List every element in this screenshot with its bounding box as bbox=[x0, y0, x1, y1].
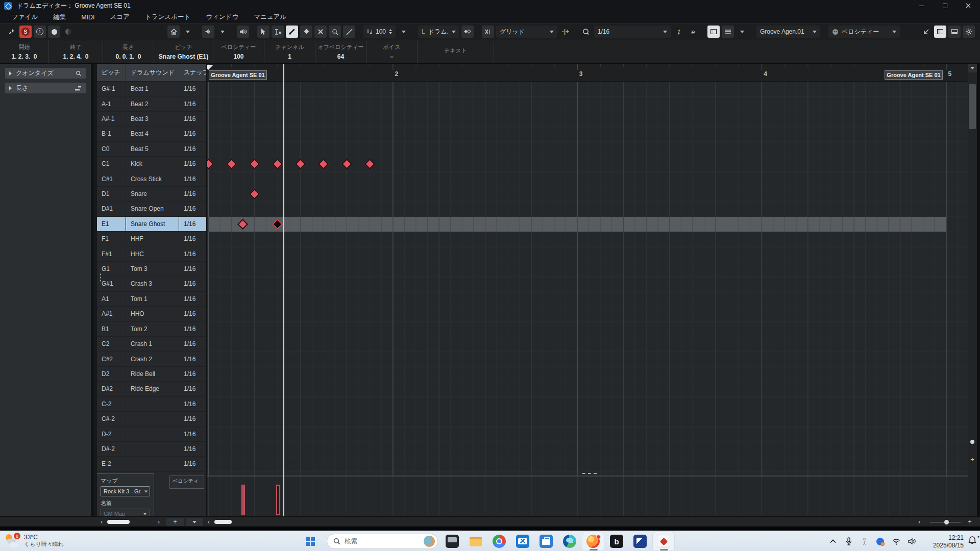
iterative-quantize-button[interactable]: e bbox=[687, 26, 699, 38]
drum-note[interactable] bbox=[249, 159, 260, 169]
left-zone-toggle[interactable] bbox=[934, 26, 946, 38]
vertical-zoom-dot[interactable] bbox=[970, 440, 974, 444]
firefox-taskbar-button[interactable] bbox=[582, 532, 604, 551]
outlook-mail-taskbar-button[interactable] bbox=[511, 532, 534, 551]
volume-tray-button[interactable] bbox=[904, 532, 920, 551]
drum-row[interactable]: C#-21/16 bbox=[97, 412, 206, 427]
info-field[interactable]: 長さ0. 0. 1. 0 bbox=[103, 40, 154, 63]
list-resize-grip[interactable] bbox=[100, 273, 102, 282]
auto-scroll-caret[interactable] bbox=[216, 26, 229, 38]
close-button[interactable] bbox=[957, 0, 980, 11]
drum-row[interactable]: C1Kick1/16 bbox=[97, 157, 206, 171]
setup-button[interactable] bbox=[963, 26, 975, 38]
browser-tray-button[interactable] bbox=[872, 532, 888, 551]
tuplet-button[interactable]: ⁒ bbox=[673, 26, 685, 38]
chrome-taskbar-button[interactable] bbox=[488, 532, 510, 551]
drum-row[interactable]: F1HHF1/16 bbox=[97, 232, 206, 246]
list-scroll-left[interactable]: ‹ bbox=[98, 518, 105, 526]
list-scroll-right[interactable]: › bbox=[155, 518, 162, 526]
vertical-zoom-plus[interactable]: + bbox=[968, 456, 977, 463]
hscroll-left[interactable]: ‹ bbox=[205, 518, 212, 526]
info-field[interactable]: チャンネル1 bbox=[264, 40, 315, 63]
show-note-length-button[interactable] bbox=[482, 26, 494, 38]
list-scroll-thumb[interactable] bbox=[107, 520, 130, 524]
info-field[interactable]: ボイス– bbox=[366, 40, 418, 63]
drumstick-tool[interactable] bbox=[286, 26, 298, 38]
drum-note[interactable] bbox=[318, 159, 329, 169]
drum-row[interactable]: A1Tom 11/16 bbox=[97, 292, 206, 307]
snap-button[interactable]: -|+ bbox=[559, 26, 572, 38]
b-app-taskbar-button[interactable]: b bbox=[605, 532, 628, 551]
drum-row[interactable]: D#1Snare Open1/16 bbox=[97, 202, 206, 216]
drum-row[interactable]: C-21/16 bbox=[97, 397, 206, 412]
drum-row[interactable]: A#-1Beat 31/16 bbox=[97, 112, 206, 127]
menu-item[interactable]: トランスポート bbox=[137, 11, 198, 23]
part-dropdown[interactable]: Groove Agen.01 bbox=[756, 26, 820, 38]
menu-item[interactable]: ウィンドウ bbox=[198, 11, 246, 23]
file-explorer-taskbar-button[interactable] bbox=[464, 532, 487, 551]
window-layout-button[interactable] bbox=[167, 26, 180, 38]
column-drumsound[interactable]: ドラムサウンド bbox=[126, 64, 179, 81]
open-in-lower-zone-button[interactable] bbox=[920, 26, 932, 38]
drum-row[interactable]: A#1HHO1/16 bbox=[97, 307, 206, 321]
record-button[interactable] bbox=[48, 26, 60, 38]
velocity-bar[interactable] bbox=[241, 485, 245, 515]
cubase-taskbar-button[interactable] bbox=[652, 532, 675, 551]
drum-row[interactable]: B1Tom 21/16 bbox=[97, 322, 206, 337]
maximize-button[interactable] bbox=[933, 0, 957, 11]
column-snap[interactable]: スナップ bbox=[179, 64, 206, 81]
start-button[interactable] bbox=[300, 531, 321, 551]
add-lane-button[interactable]: + bbox=[166, 518, 184, 526]
quantize-section[interactable]: クオンタイズ bbox=[5, 68, 86, 79]
part-list-button[interactable] bbox=[722, 26, 734, 38]
lane-preset-button[interactable] bbox=[186, 518, 203, 526]
minimize-button[interactable] bbox=[910, 0, 933, 11]
mute-tool[interactable] bbox=[314, 26, 327, 38]
drum-row[interactable]: G#-1Beat 11/16 bbox=[97, 82, 206, 96]
object-edit-tool[interactable] bbox=[272, 26, 284, 38]
hzoom-plus[interactable]: + bbox=[966, 518, 974, 526]
info-field[interactable]: テキスト bbox=[418, 40, 494, 63]
part-list-caret[interactable] bbox=[736, 26, 748, 38]
drum-note[interactable] bbox=[206, 159, 214, 169]
info-field[interactable]: 終了1. 2. 4. 0 bbox=[49, 40, 103, 63]
velocity-lane[interactable] bbox=[207, 475, 968, 516]
timeline-ruler[interactable]: Groove Agent SE 01 Groove Agent SE 01 23… bbox=[207, 64, 968, 82]
info-field[interactable]: オフベロシティー64 bbox=[315, 40, 366, 63]
drum-row[interactable]: G1Tom 31/16 bbox=[97, 262, 206, 277]
zoom-tool[interactable] bbox=[329, 26, 341, 38]
notification-bell[interactable]: z bbox=[968, 536, 979, 547]
drum-note[interactable] bbox=[341, 159, 352, 169]
quantize-icon-button[interactable] bbox=[580, 26, 592, 38]
lane-divider-handle[interactable] bbox=[582, 473, 597, 474]
note-grid[interactable] bbox=[207, 82, 968, 475]
dark-app-taskbar-button[interactable] bbox=[441, 532, 463, 551]
drum-row[interactable]: D#2Ride Edge1/16 bbox=[97, 382, 206, 396]
line-tool[interactable] bbox=[343, 26, 355, 38]
solo-button[interactable]: S bbox=[19, 26, 32, 38]
drum-row[interactable]: D2Ride Bell1/16 bbox=[97, 367, 206, 382]
microphone-tray-button[interactable] bbox=[841, 532, 856, 551]
eraser-tool[interactable] bbox=[300, 26, 312, 38]
drum-row[interactable]: E1Snare Ghost1/16 bbox=[97, 217, 206, 232]
search-highlight-image[interactable] bbox=[424, 536, 435, 547]
hscroll-right[interactable]: › bbox=[916, 518, 923, 526]
hscroll-thumb[interactable] bbox=[214, 520, 232, 524]
drum-row[interactable]: A-1Beat 21/16 bbox=[97, 96, 206, 111]
edge-taskbar-button[interactable] bbox=[558, 532, 581, 551]
part-start-marker[interactable] bbox=[206, 65, 213, 70]
velocity-stepper[interactable] bbox=[389, 29, 392, 34]
menu-item[interactable]: スコア bbox=[103, 11, 137, 23]
object-selection-tool[interactable] bbox=[257, 26, 270, 38]
drum-note[interactable] bbox=[249, 189, 260, 199]
taskbar-clock[interactable]: 12:21 2025/08/15 bbox=[922, 534, 964, 549]
info-field[interactable]: ピッチSnare Ghost (E1) bbox=[154, 40, 213, 63]
drum-note[interactable] bbox=[226, 159, 237, 169]
menu-item[interactable]: 編集 bbox=[45, 11, 74, 23]
drum-row[interactable]: D#-21/16 bbox=[97, 442, 206, 457]
vscroll-thumb[interactable] bbox=[969, 84, 976, 129]
pin-button[interactable] bbox=[5, 26, 17, 38]
velocity-bar[interactable] bbox=[276, 485, 280, 515]
drum-row[interactable]: C#1Cross Stick1/16 bbox=[97, 171, 206, 186]
drum-row[interactable]: E-21/16 bbox=[97, 457, 206, 471]
